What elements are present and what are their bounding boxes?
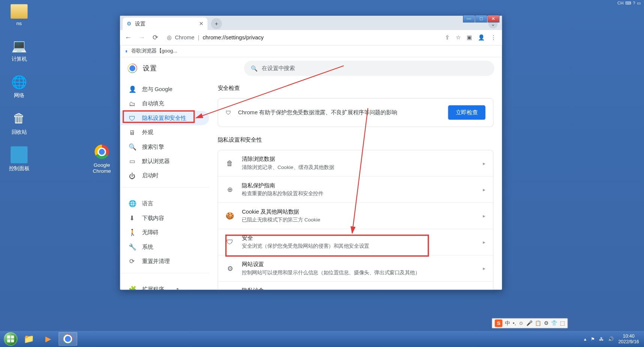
taskbar-pin-media[interactable]: ▶: [39, 332, 58, 346]
desktop-icon-chrome[interactable]: Google Chrome: [87, 144, 117, 174]
tray-volume-icon[interactable]: 🔊: [608, 336, 614, 342]
sidebar-item-appearance[interactable]: 🖥外观: [120, 125, 209, 139]
system-tray[interactable]: ▴ ⚑ 🖧 🔊 10:40 2022/9/16: [584, 334, 642, 345]
taskbar-pin-chrome[interactable]: [58, 332, 77, 346]
check-now-button[interactable]: 立即检查: [448, 105, 485, 120]
chrome-icon: [94, 145, 109, 159]
ime-item[interactable]: ☺: [518, 320, 524, 326]
svg-rect-5: [11, 340, 14, 343]
desktop-icon-ns[interactable]: ns: [4, 4, 34, 26]
privacy-card: 🗑 清除浏览数据清除浏览记录、Cookie、缓存及其他数据 ▸ ⊕ 隐私保护指南…: [218, 150, 494, 290]
menu-icon[interactable]: ⋮: [491, 34, 496, 41]
desktop-icon-control-panel[interactable]: 控制面板: [4, 147, 34, 172]
sidebar-item-system[interactable]: 🔧系统: [120, 240, 209, 254]
sidebar-item-label: 重置并清理: [142, 257, 170, 265]
sidebar-item-accessibility[interactable]: 🚶无障碍: [120, 225, 209, 239]
reload-button[interactable]: ⟳: [151, 33, 160, 42]
compass-icon: ⊕: [226, 185, 234, 194]
desktop-icon-recycle[interactable]: 🗑 回收站: [4, 110, 34, 136]
sidebar-item-label: 下载内容: [142, 214, 164, 222]
window-maximize-button[interactable]: □: [475, 15, 487, 22]
tray-action-center-icon[interactable]: ⚑: [591, 336, 595, 342]
sidebar-item-autofill[interactable]: 🗂自动填充: [120, 96, 209, 111]
chevron-right-icon: ▸: [483, 160, 485, 166]
sogou-icon: S: [495, 319, 502, 327]
row-title: 网站设置: [242, 260, 475, 268]
address-bar[interactable]: ◎ Chrome | chrome://settings/privacy: [164, 34, 441, 41]
window-close-button[interactable]: ✕: [488, 15, 500, 22]
desktop-icon-network[interactable]: 🌐 网络: [4, 73, 34, 99]
taskbar-clock[interactable]: 10:40 2022/9/16: [618, 334, 639, 345]
ime-item[interactable]: 👕: [551, 320, 557, 326]
chevron-right-icon: ▸: [483, 265, 485, 271]
sidebar-item-languages[interactable]: 🌐语言: [120, 196, 209, 211]
bookmark-item[interactable]: 谷歌浏览器【goog...: [131, 48, 177, 55]
sidebar-item-downloads[interactable]: ⬇下载内容: [120, 211, 209, 225]
settings-header: 设置 🔍 在设置中搜索: [120, 57, 502, 79]
row-security[interactable]: 🛡 安全安全浏览（保护您免受危险网站的侵害）和其他安全设置 ▸: [218, 229, 493, 255]
back-button[interactable]: ←: [123, 34, 133, 41]
settings-sidebar: 👤您与 Google 🗂自动填充 🛡隐私设置和安全性 🖥外观 🔍搜索引擎 ▭默认…: [120, 79, 209, 290]
desktop-icons: ns 💻 计算机 🌐 网络 🗑 回收站 控制面板: [4, 4, 34, 183]
ime-item[interactable]: ⬚: [560, 320, 565, 326]
sidebar-item-reset[interactable]: ⟳重置并清理: [120, 254, 209, 268]
sidebar-item-privacy[interactable]: 🛡隐私设置和安全性: [120, 111, 209, 125]
svg-rect-3: [11, 335, 14, 338]
sidebar-item-search-engine[interactable]: 🔍搜索引擎: [120, 139, 209, 154]
desktop-icon-label: 网络: [4, 92, 34, 99]
settings-search[interactable]: 🔍 在设置中搜索: [244, 61, 494, 76]
tab-close-button[interactable]: ✕: [199, 21, 203, 27]
screen-indicator-icons: CH⌨?▭: [617, 1, 641, 5]
chrome-icon: [63, 334, 73, 344]
sidebar-item-label: 语言: [142, 200, 153, 207]
profile-icon[interactable]: 👤: [478, 34, 485, 41]
forward-button[interactable]: →: [137, 34, 147, 41]
desktop-icon-label: ns: [4, 20, 34, 26]
bookmark-star-icon[interactable]: ☆: [456, 34, 461, 41]
desktop-icon-computer[interactable]: 💻 计算机: [4, 37, 34, 63]
ime-item[interactable]: 📋: [535, 320, 541, 326]
sidebar-item-default-browser[interactable]: ▭默认浏览器: [120, 154, 209, 168]
row-subtitle: 安全浏览（保护您免受危险网站的侵害）和其他安全设置: [242, 243, 475, 250]
sidebar-item-you-and-google[interactable]: 👤您与 Google: [120, 82, 209, 96]
window-minimize-button[interactable]: —: [463, 15, 475, 22]
sidebar-item-extensions[interactable]: 🧩扩展程序↗: [120, 282, 209, 290]
ime-toolbar[interactable]: S 中 •, ☺ 🎤 📋 ⚙ 👕 ⬚: [492, 318, 568, 328]
tab-settings[interactable]: ⚙ 设置 ✕: [123, 17, 207, 30]
row-subtitle: 清除浏览记录、Cookie、缓存及其他数据: [242, 164, 475, 171]
start-button[interactable]: [3, 331, 19, 347]
taskbar-pin-explorer[interactable]: 📁: [19, 332, 38, 346]
reset-icon: ⟳: [129, 257, 136, 265]
shield-icon: 🛡: [226, 109, 231, 115]
ime-item[interactable]: 🎤: [526, 320, 533, 326]
recycle-icon: 🗑: [10, 110, 27, 127]
tray-arrow-icon[interactable]: ▴: [584, 336, 587, 342]
side-panel-icon[interactable]: ▣: [467, 34, 472, 41]
url-path: chrome://settings/privacy: [203, 34, 264, 41]
ime-item[interactable]: •,: [513, 320, 516, 326]
row-privacy-guide[interactable]: ⊕ 隐私保护指南检查重要的隐私控制设置和安全控件 ▸: [218, 176, 493, 202]
tab-strip: ⚙ 设置 ✕ ＋ ⌄: [120, 16, 502, 30]
url-scheme-label: Chrome: [175, 34, 194, 41]
row-site-settings[interactable]: ⚙ 网站设置控制网站可以使用和显示什么信息（如位置信息、摄像头、弹出式窗口及其他…: [218, 255, 493, 281]
search-icon: 🔍: [129, 143, 136, 150]
ime-language[interactable]: 中: [505, 320, 510, 327]
person-icon: 👤: [129, 85, 136, 93]
row-clear-browsing-data[interactable]: 🗑 清除浏览数据清除浏览记录、Cookie、缓存及其他数据 ▸: [218, 150, 493, 176]
tray-network-icon[interactable]: 🖧: [599, 337, 604, 342]
share-icon[interactable]: ⇪: [445, 34, 449, 41]
ime-item[interactable]: ⚙: [544, 320, 548, 326]
sidebar-item-on-startup[interactable]: ⏻启动时: [120, 168, 209, 182]
appearance-icon: 🖥: [129, 129, 136, 136]
row-privacy-sandbox[interactable]: 🧪 隐私沙盒试用版功能已开启 ↗: [218, 281, 493, 290]
chevron-right-icon: ▸: [483, 239, 485, 245]
search-placeholder: 在设置中搜索: [262, 64, 295, 72]
desktop-icon-label: 控制面板: [4, 165, 34, 172]
svg-rect-4: [7, 340, 10, 343]
power-icon: ⏻: [129, 172, 136, 179]
new-tab-button[interactable]: ＋: [211, 18, 222, 29]
toolbar: ← → ⟳ ◎ Chrome | chrome://settings/priva…: [120, 30, 502, 45]
page-title: 设置: [143, 64, 156, 73]
taskbar: 📁 ▶ ▴ ⚑ 🖧 🔊 10:40 2022/9/16: [0, 331, 644, 347]
row-cookies[interactable]: 🍪 Cookie 及其他网站数据已阻止无痕模式下的第三方 Cookie ▸: [218, 202, 493, 229]
